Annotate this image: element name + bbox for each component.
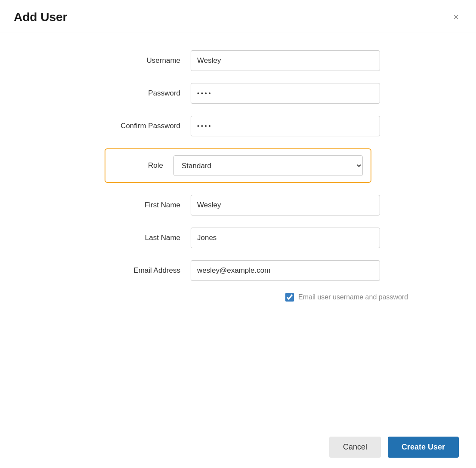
email-input[interactable] [191,260,380,281]
email-row: Email Address [0,260,476,281]
create-user-button[interactable]: Create User [388,437,459,458]
email-label: Email Address [96,266,191,275]
password-label: Password [96,89,191,98]
dialog-header: Add User × [0,0,476,33]
email-checkbox-label[interactable]: Email user username and password [285,293,408,302]
role-label: Role [113,161,173,170]
first-name-input[interactable] [191,195,380,216]
add-user-dialog: Add User × Username Password Confirm Pas… [0,0,476,468]
username-input[interactable] [191,50,380,71]
confirm-password-input[interactable] [191,116,380,136]
password-input[interactable] [191,83,380,104]
confirm-password-label: Confirm Password [96,122,191,130]
close-button[interactable]: × [450,11,462,24]
last-name-input[interactable] [191,228,380,248]
role-select[interactable]: Standard Admin Read-Only [173,155,363,176]
last-name-label: Last Name [96,234,191,242]
email-checkbox-row: Email user username and password [95,293,476,302]
last-name-row: Last Name [0,228,476,248]
role-row: Role Standard Admin Read-Only [0,148,476,183]
cancel-button[interactable]: Cancel [329,437,381,458]
email-checkbox[interactable] [285,293,294,302]
role-highlight-box: Role Standard Admin Read-Only [105,148,371,183]
confirm-password-row: Confirm Password [0,116,476,136]
username-row: Username [0,50,476,71]
dialog-footer: Cancel Create User [0,426,476,468]
dialog-title: Add User [14,10,67,24]
first-name-row: First Name [0,195,476,216]
dialog-body: Username Password Confirm Password Role … [0,33,476,426]
password-row: Password [0,83,476,104]
first-name-label: First Name [96,201,191,209]
email-checkbox-text: Email user username and password [298,293,408,301]
username-label: Username [96,56,191,65]
